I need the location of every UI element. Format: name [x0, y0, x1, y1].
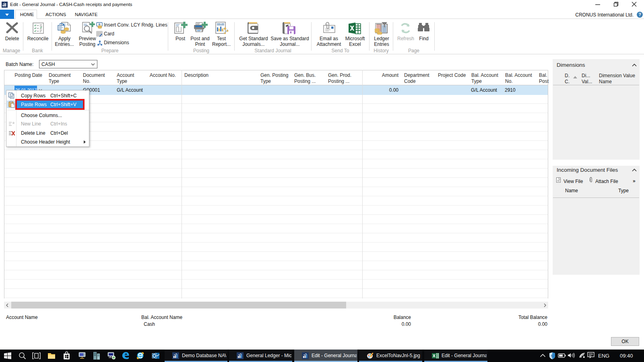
svg-text:S: S: [551, 354, 553, 358]
